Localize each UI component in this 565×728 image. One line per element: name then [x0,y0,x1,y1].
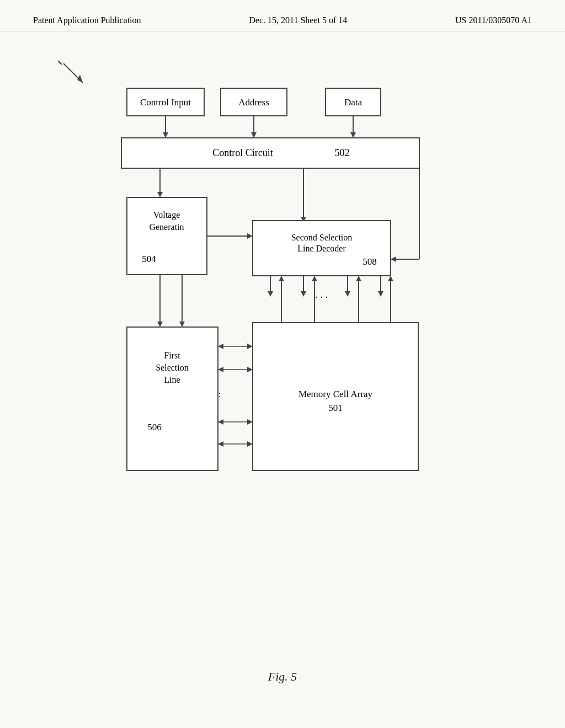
header-right: US 2011/0305070 A1 [455,15,532,25]
svg-marker-29 [356,276,361,281]
svg-marker-39 [247,344,253,349]
first-selection-label2: Selection [156,363,189,372]
second-selection-num: 508 [363,256,377,267]
svg-marker-46 [218,419,223,425]
svg-marker-4 [163,132,168,138]
svg-marker-2 [77,74,83,83]
svg-marker-33 [388,276,393,281]
svg-marker-17 [247,233,253,239]
svg-marker-31 [378,291,383,297]
second-selection-label2: Line Decoder [297,244,346,253]
voltage-gen-label1: Voltage [153,210,180,220]
svg-marker-45 [247,419,253,425]
svg-marker-35 [157,322,163,327]
patent-page: Patent Application Publication Dec. 15, … [0,0,565,728]
svg-marker-42 [247,367,253,372]
memory-cell-label1: Memory Cell Array [299,389,373,399]
svg-marker-25 [312,276,317,281]
voltage-gen-label2: Generatin [149,222,184,232]
memory-cell-num: 501 [328,403,343,413]
svg-marker-27 [345,291,350,297]
first-selection-label3: Line [164,375,180,384]
first-selection-box [127,327,218,470]
svg-marker-23 [301,291,306,297]
svg-marker-19 [268,291,273,297]
control-circuit-num: 502 [335,147,350,158]
figure-caption: Fig. 5 [268,670,297,684]
svg-marker-43 [218,367,223,372]
first-selection-label1: First [164,351,180,360]
diagram-svg: Control Input Address Data Control Circu… [33,44,530,623]
second-selection-label1: Second Selection [291,233,353,242]
svg-marker-49 [218,441,223,447]
svg-marker-15 [391,256,396,262]
header-center: Dec. 15, 2011 Sheet 5 of 14 [249,15,347,25]
svg-marker-37 [179,322,185,327]
address-label: Address [238,97,269,108]
svg-marker-48 [247,441,253,447]
svg-line-1 [58,61,62,65]
first-selection-num: 506 [147,422,162,432]
dots-vert: : [218,389,221,399]
svg-marker-6 [251,132,257,138]
header-left: Patent Application Publication [33,15,141,25]
svg-marker-40 [218,344,223,349]
page-header: Patent Application Publication Dec. 15, … [0,0,565,31]
svg-marker-10 [157,192,163,197]
control-circuit-label: Control Circuit [212,147,273,158]
data-label: Data [344,97,363,108]
voltage-gen-box [127,197,207,275]
svg-marker-8 [350,132,356,138]
control-input-label: Control Input [140,97,191,108]
corner-arrow [58,61,83,83]
svg-marker-21 [279,276,284,281]
dots-horiz: . . . [316,289,328,300]
voltage-gen-num: 504 [142,254,156,264]
